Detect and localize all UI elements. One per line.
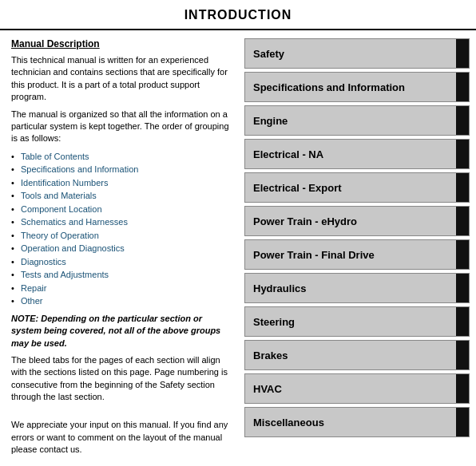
right-panel: SafetySpecifications and InformationEngi… xyxy=(240,38,476,461)
list-item: Specifications and Information xyxy=(11,163,230,176)
nav-button-tab xyxy=(456,307,469,336)
nav-button[interactable]: Hydraulics xyxy=(244,273,470,303)
nav-button-label: Electrical - Export xyxy=(253,182,461,194)
nav-button-tab xyxy=(456,39,469,68)
list-item: Tests and Adjustments xyxy=(11,268,230,282)
nav-button-tab xyxy=(456,341,469,369)
nav-button-label: Brakes xyxy=(253,350,461,361)
list-item: Operation and Diagnostics xyxy=(11,242,230,255)
nav-button[interactable]: Steering xyxy=(244,306,470,337)
nav-button-tab xyxy=(456,408,469,436)
nav-button[interactable]: Engine xyxy=(244,105,470,136)
nav-button-label: Engine xyxy=(253,115,461,127)
list-item: Schematics and Harnesses xyxy=(11,215,230,229)
nav-button-label: HVAC xyxy=(253,383,461,395)
list-item: Repair xyxy=(11,282,230,295)
nav-button[interactable]: Specifications and Information xyxy=(244,72,470,102)
nav-button-tab xyxy=(456,173,469,202)
nav-button-tab xyxy=(456,240,469,269)
nav-button-tab xyxy=(456,207,469,235)
list-item: Table of Contents xyxy=(11,150,230,164)
nav-button-label: Electrical - NA xyxy=(253,148,461,160)
nav-button[interactable]: Miscellaneous xyxy=(244,407,470,437)
nav-button-label: Miscellaneous xyxy=(253,417,461,428)
left-panel: Manual Description This technical manual… xyxy=(0,38,240,461)
nav-button[interactable]: Power Train - eHydro xyxy=(244,206,470,236)
nav-button[interactable]: Electrical - NA xyxy=(244,139,470,169)
paragraph-3: The bleed tabs for the pages of each sec… xyxy=(11,354,230,404)
nav-button-label: Safety xyxy=(253,48,461,60)
nav-button-label: Steering xyxy=(253,316,461,328)
nav-button[interactable]: Brakes xyxy=(244,340,470,370)
nav-button-label: Hydraulics xyxy=(253,282,461,294)
nav-button-label: Power Train - eHydro xyxy=(253,215,461,227)
paragraph-4: We appreciate your input on this manual.… xyxy=(11,419,230,456)
nav-button[interactable]: Safety xyxy=(244,38,470,69)
section-heading: Manual Description xyxy=(11,38,230,49)
list-item: Identification Numbers xyxy=(11,176,230,190)
list-item: Tools and Materials xyxy=(11,189,230,203)
page-title: INTRODUCTION xyxy=(0,0,476,30)
nav-button-tab xyxy=(456,374,469,403)
list-item: Theory of Operation xyxy=(11,229,230,243)
paragraph-1: This technical manual is written for an … xyxy=(11,54,230,104)
bullet-list: Table of ContentsSpecifications and Info… xyxy=(11,150,230,308)
nav-button-tab xyxy=(456,140,469,168)
note-text: NOTE: Depending on the particular sectio… xyxy=(11,313,230,350)
nav-button-tab xyxy=(456,73,469,101)
nav-button[interactable]: Power Train - Final Drive xyxy=(244,239,470,270)
nav-button[interactable]: Electrical - Export xyxy=(244,172,470,203)
nav-button[interactable]: HVAC xyxy=(244,373,470,404)
list-item: Component Location xyxy=(11,203,230,216)
nav-button-label: Specifications and Information xyxy=(253,81,461,93)
list-item: Other xyxy=(11,294,230,308)
nav-button-label: Power Train - Final Drive xyxy=(253,249,461,261)
list-item: Diagnostics xyxy=(11,255,230,269)
nav-button-tab xyxy=(456,274,469,302)
paragraph-2: The manual is organized so that all the … xyxy=(11,109,230,145)
nav-button-tab xyxy=(456,106,469,135)
